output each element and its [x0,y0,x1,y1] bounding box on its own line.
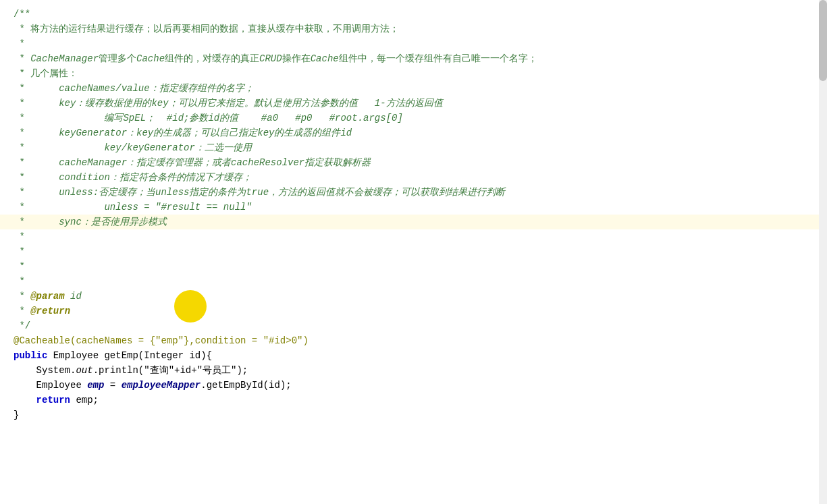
comment-italic-text: cacheNames/value：指定缓存组件的名字； [59,81,253,96]
code-line: * unless = "#result == null" [0,200,827,215]
comment-text: * [14,274,25,289]
code-editor: /** * 将方法的运行结果进行缓存；以后再要相同的数据，直接从缓存中获取，不用… [0,0,827,504]
code-line: * condition：指定符合条件的情况下才缓存； [0,170,827,185]
code-line: return emp; [0,393,827,408]
code-text: emp; [70,393,99,408]
comment-text: * [14,229,25,244]
comment-text: * [14,200,104,215]
comment-italic-text: CacheManager [30,51,99,66]
comment-text: * [14,36,25,51]
code-text: Employee [14,378,87,393]
code-line: * unless:否定缓存；当unless指定的条件为true，方法的返回值就不… [0,185,827,200]
comment-italic-text: keyGenerator：key的生成器；可以自己指定key的生成器的组件id [59,125,352,140]
comment-text: * [14,259,25,274]
comment-text: 组件的，对缓存的真正 [165,51,259,66]
comment-text: /** [14,7,30,22]
annotation-text: @Cacheable(cacheNames = {"emp"},conditio… [14,333,309,348]
comment-text: 组件中，每一个缓存组件有自己唯一一个名字； [339,51,537,66]
code-line: * key：缓存数据使用的key；可以用它来指定。默认是使用方法参数的值 1-方… [0,96,827,111]
code-line: } [0,408,827,422]
code-line: @Cacheable(cacheNames = {"emp"},conditio… [0,333,827,348]
comment-text: 操作在 [282,51,311,66]
code-line: */ [0,318,827,333]
comment-text: * [14,96,59,111]
keyword-return: return [14,393,70,408]
comment-text: * [14,185,59,200]
code-line: * 编写SpEL； #id;参数id的值 #a0 #p0 #root.args[… [0,111,827,125]
comment-text: * [14,170,59,185]
comment-italic-text: CRUD [259,51,282,66]
comment-italic-text: Cache [136,51,165,66]
comment-italic-text: Cache [311,51,339,66]
comment-text: * 将方法的运行结果进行缓存；以后再要相同的数据，直接从缓存中获取，不用调用方法… [14,22,399,36]
comment-text: * [14,289,30,304]
code-line: * [0,259,827,274]
scrollbar-thumb[interactable] [819,0,827,81]
code-line: * @param id [0,289,827,304]
comment-text: * [14,81,59,96]
code-text-italic: out [76,363,92,378]
yellow-dot-indicator [174,290,207,323]
code-text: Employee getEmp(Integer id){ [47,348,212,363]
code-line: * 将方法的运行结果进行缓存；以后再要相同的数据，直接从缓存中获取，不用调用方法… [0,22,827,36]
comment-text: * [14,125,59,140]
comment-italic-text: cacheManager：指定缓存管理器；或者cacheResolver指定获取… [59,155,371,170]
code-text: .println("查询"+id+"号员工"); [93,363,248,378]
comment-italic-text: unless = "#result == null" [104,200,251,215]
code-line: Employee emp = employeeMapper.getEmpById… [0,378,827,393]
comment-text: * [14,51,30,66]
comment-text: * [14,155,59,170]
annotation-keyword: @param [30,289,64,304]
code-line: public Employee getEmp(Integer id){ [0,348,827,363]
comment-text: * [14,215,59,229]
code-line: * 几个属性： [0,66,827,81]
comment-italic-text: condition：指定符合条件的情况下才缓存； [59,170,252,185]
code-line: * CacheManager管理多个Cache组件的，对缓存的真正CRUD操作在… [0,51,827,66]
comment-italic-text: unless:否定缓存；当unless指定的条件为true，方法的返回值就不会被… [59,185,505,200]
comment-italic-text: key：缓存数据使用的key；可以用它来指定。默认是使用方法参数的值 1-方法的… [59,96,442,111]
comment-italic-text: sync：是否使用异步模式 [59,215,167,229]
comment-text: * [14,111,104,125]
code-line: * [0,229,827,244]
code-line: * [0,36,827,51]
variable-name: emp [87,378,104,393]
comment-italic-text: id [65,289,82,304]
comment-text: * [14,304,30,318]
code-line: * [0,244,827,259]
comment-text: 管理多个 [99,51,136,66]
comment-text: * [14,244,25,259]
comment-text: */ [14,318,30,333]
code-line: * keyGenerator：key的生成器；可以自己指定key的生成器的组件i… [0,125,827,140]
scrollbar[interactable] [819,0,827,504]
code-line: * [0,274,827,289]
code-text: = [104,378,121,393]
comment-italic-text: key/keyGenerator：二选一使用 [104,140,251,155]
code-line: * cacheManager：指定缓存管理器；或者cacheResolver指定… [0,155,827,170]
code-line-highlighted: * sync：是否使用异步模式 [0,215,827,229]
comment-text: * 几个属性： [14,66,78,81]
code-line: * @return [0,304,827,318]
keyword-public: public [14,348,47,363]
comment-text: * [14,140,104,155]
code-text: } [14,408,19,422]
code-text: System. [14,363,76,378]
code-line: * cacheNames/value：指定缓存组件的名字； [0,81,827,96]
code-text: .getEmpById(id); [201,378,291,393]
annotation-keyword: @return [30,304,70,318]
code-line: /** [0,7,827,22]
code-line: * key/keyGenerator：二选一使用 [0,140,827,155]
variable-name: employeeMapper [122,378,201,393]
comment-italic-text: 编写SpEL； #id;参数id的值 #a0 #p0 #root.args[0] [104,111,402,125]
code-line: System.out.println("查询"+id+"号员工"); [0,363,827,378]
